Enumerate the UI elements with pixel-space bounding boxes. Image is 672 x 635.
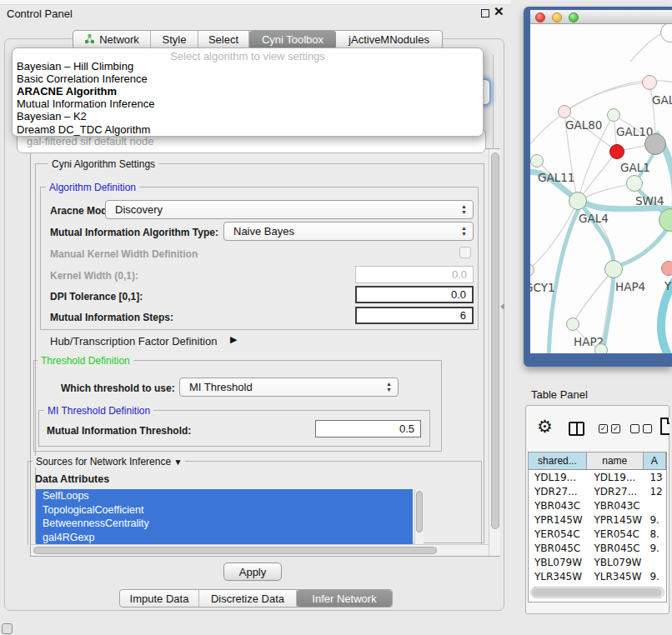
mi-type-select[interactable]: Naive Bayes ▲▼ xyxy=(223,222,474,241)
dpi-tolerance-field[interactable]: 0.0 xyxy=(355,286,474,303)
attribute-item[interactable]: SelfLoops xyxy=(36,489,413,503)
manual-kernel-checkbox[interactable] xyxy=(459,247,471,258)
aracne-mode-select[interactable]: Discovery ▲▼ xyxy=(105,200,474,219)
tab-discretize-data[interactable]: Discretize Data xyxy=(199,590,297,607)
algorithm-dropdown-items: Bayesian – Hill ClimbingBasic Correlatio… xyxy=(13,60,483,136)
close-icon[interactable]: ✕ xyxy=(494,4,504,19)
stepper-icon: ▲▼ xyxy=(461,225,467,237)
algorithm-option[interactable]: Bayesian – K2 xyxy=(13,110,483,122)
scrollbar-thumb[interactable] xyxy=(33,547,437,554)
table-row[interactable]: YDR27...YDR27...12 xyxy=(529,484,666,498)
table-row[interactable]: YDL19...YDL19...13 xyxy=(529,470,666,484)
sources-title-text: Sources for Network Inference xyxy=(36,456,171,468)
tab-label: Impute Data xyxy=(130,592,189,605)
minimized-panel-icon[interactable] xyxy=(2,623,13,634)
network-node-swi4[interactable] xyxy=(626,175,643,192)
network-node-y[interactable] xyxy=(661,261,672,276)
attribute-item[interactable]: BetweennessCentrality xyxy=(36,517,413,531)
scrollbar-thumb[interactable] xyxy=(491,152,499,529)
network-node-gal80[interactable] xyxy=(558,105,571,118)
hub-section-label[interactable]: Hub/Transcription Factor Definition xyxy=(50,335,217,348)
tab-style[interactable]: Style xyxy=(151,31,198,48)
algorithm-option[interactable]: Dream8 DC_TDC Algorithm xyxy=(13,122,483,135)
which-threshold-select[interactable]: MI Threshold ▲▼ xyxy=(179,378,399,397)
checked-checkbox-icon[interactable]: ✓ xyxy=(611,424,620,433)
checked-checkbox-icon[interactable]: ✓ xyxy=(599,424,608,433)
table-row[interactable]: YER054CYER054C8. xyxy=(529,527,666,541)
table-cell: YBL079W xyxy=(529,555,586,569)
unchecked-checkbox-icon[interactable] xyxy=(630,424,639,433)
top-strip xyxy=(0,0,510,5)
column-header[interactable]: shared... xyxy=(529,452,587,469)
table-row[interactable]: YLR345WYLR345W9. xyxy=(529,569,666,583)
table-row[interactable]: YPR145WYPR145W9. xyxy=(529,512,666,527)
mi-steps-label: Mutual Information Steps: xyxy=(50,312,173,323)
algorithm-option[interactable]: Mutual Information Inference xyxy=(13,98,483,110)
unchecked-checkbox-icon[interactable] xyxy=(643,424,652,433)
settings-vscrollbar[interactable] xyxy=(489,149,500,556)
network-node-gal4[interactable] xyxy=(569,192,587,210)
apply-button[interactable]: Apply xyxy=(223,562,282,581)
table-cell: 8. xyxy=(643,527,666,541)
network-view-canvas[interactable]: GALGAL80GAL10GAL1SWI4GAL11GAL4GCY1HAP4YH… xyxy=(530,24,672,353)
mi-steps-field[interactable]: 6 xyxy=(355,307,474,324)
attributes-list-scrollbar[interactable] xyxy=(414,489,424,544)
column-header[interactable]: A xyxy=(644,452,666,469)
network-node-gal1[interactable] xyxy=(609,144,624,159)
tab-cyni-toolbox[interactable]: Cyni Toolbox xyxy=(249,31,336,48)
network-node-gal10[interactable] xyxy=(607,108,620,122)
settings-hscrollbar[interactable] xyxy=(31,544,489,556)
sources-title: Sources for Network Inference ▼ xyxy=(33,456,185,468)
tab-label: Select xyxy=(208,33,238,46)
node-table[interactable]: shared...nameA YDL19...YDL19...13YDR27..… xyxy=(528,452,667,602)
apply-button-label: Apply xyxy=(239,566,267,578)
table-cell xyxy=(643,555,666,569)
manual-kernel-label: Manual Kernel Width Definition xyxy=(50,248,198,260)
stepper-icon: ▲▼ xyxy=(386,381,392,392)
algorithm-option[interactable]: Basic Correlation Inference xyxy=(13,72,483,85)
scrollbar-thumb[interactable] xyxy=(532,588,662,597)
mi-threshold-field[interactable]: 0.5 xyxy=(315,420,421,438)
network-node-hap4[interactable] xyxy=(604,260,623,278)
zoom-traffic-light[interactable] xyxy=(569,12,579,22)
tab-network[interactable]: Network xyxy=(73,31,151,48)
float-window-icon[interactable] xyxy=(481,9,489,18)
control-panel-tabs: NetworkStyleSelectCyni ToolboxjActiveMNo… xyxy=(73,30,443,49)
tab-impute-data[interactable]: Impute Data xyxy=(120,590,199,607)
column-layout-icon[interactable] xyxy=(569,422,584,436)
table-row[interactable]: YBR045CYBR045C9. xyxy=(529,541,666,555)
network-node-gal[interactable] xyxy=(642,75,657,90)
network-node-gal11[interactable] xyxy=(530,154,544,168)
algorithm-option[interactable]: ARACNE Algorithm xyxy=(13,85,483,98)
table-row[interactable]: YBL079WYBL079W xyxy=(529,555,666,569)
cyni-algorithm-settings-title: Cyni Algorithm Settings xyxy=(48,158,158,170)
split-pane-handle[interactable] xyxy=(500,303,504,310)
network-icon xyxy=(84,33,95,47)
tab-infer-network[interactable]: Infer Network xyxy=(297,590,392,607)
data-attributes-list[interactable]: SelfLoopsTopologicalCoefficientBetweenne… xyxy=(36,489,413,544)
aracne-mode-value: Discovery xyxy=(115,203,163,216)
tab-jactivemnodules[interactable]: jActiveMNodules xyxy=(336,31,442,48)
mi-steps-value: 6 xyxy=(460,309,466,322)
node-label: HAP4 xyxy=(615,280,645,293)
column-header[interactable]: name xyxy=(587,452,644,469)
minimize-traffic-light[interactable] xyxy=(552,12,562,22)
table-cell: YDL19... xyxy=(586,470,643,484)
kernel-width-field[interactable]: 0.0 xyxy=(355,266,474,283)
table-cell: YPR145W xyxy=(529,512,586,527)
scrollbar-thumb[interactable] xyxy=(416,491,423,532)
network-node[interactable] xyxy=(594,343,608,353)
gear-icon[interactable]: ⚙ xyxy=(537,417,553,437)
network-node-hap2[interactable] xyxy=(566,318,579,331)
expand-right-icon[interactable]: ▶ xyxy=(230,334,237,345)
collapse-down-icon[interactable]: ▼ xyxy=(173,458,182,467)
network-node[interactable] xyxy=(644,133,666,155)
control-panel-title: Control Panel xyxy=(7,8,73,20)
table-cell: 9. xyxy=(643,541,666,555)
table-row[interactable]: YBR043CYBR043C xyxy=(529,498,666,512)
attribute-item[interactable]: TopologicalCoefficient xyxy=(36,503,413,518)
export-table-icon[interactable] xyxy=(660,418,669,435)
attribute-item[interactable]: gal4RGexp xyxy=(36,531,413,545)
close-traffic-light[interactable] xyxy=(535,12,545,22)
tab-select[interactable]: Select xyxy=(198,31,249,48)
